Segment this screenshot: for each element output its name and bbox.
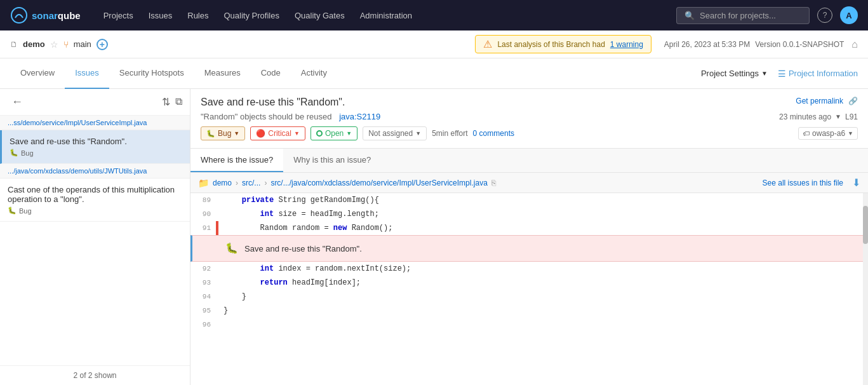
assignment-badge[interactable]: Not assigned ▼ bbox=[363, 126, 427, 140]
comments-link[interactable]: 0 comments bbox=[473, 129, 514, 138]
folder-icon: 📁 bbox=[198, 178, 209, 188]
severity-chevron: ▼ bbox=[294, 130, 300, 137]
search-box[interactable]: 🔍 Search for projects... bbox=[676, 7, 810, 24]
time-ago: 23 minutes ago bbox=[779, 112, 831, 121]
nav-issues[interactable]: Issues bbox=[141, 0, 180, 30]
filter-icon[interactable]: ⧉ bbox=[175, 96, 182, 108]
tab-issues[interactable]: Issues bbox=[65, 58, 109, 89]
issue-2-meta: 🐛 Bug bbox=[8, 206, 182, 215]
project-info-btn[interactable]: ☰ Project Information bbox=[778, 69, 858, 79]
inline-issue: 🐛 Save and re-use this "Random". bbox=[190, 235, 868, 262]
tab-overview[interactable]: Overview bbox=[10, 58, 65, 89]
line-num-91: 91 bbox=[190, 221, 216, 235]
analysis-time: April 26, 2023 at 5:33 PM bbox=[664, 40, 750, 49]
branch-name[interactable]: main bbox=[74, 39, 91, 49]
scrollbar-track[interactable] bbox=[863, 193, 868, 385]
bug-icon-1: 🐛 bbox=[10, 149, 18, 157]
separator-1: › bbox=[236, 179, 238, 187]
line-code-93: return headImg[index]; bbox=[218, 276, 868, 290]
user-avatar[interactable]: A bbox=[840, 6, 858, 24]
project-info-label: Project Information bbox=[789, 69, 858, 78]
branch-icon: ⑂ bbox=[63, 39, 69, 50]
line-code-90: int size = headImg.length; bbox=[218, 207, 868, 221]
see-all-link[interactable]: See all issues in this file bbox=[763, 179, 843, 187]
issue-1-type: Bug bbox=[21, 149, 34, 157]
line-ref: L91 bbox=[845, 112, 858, 121]
line-num-90: 90 bbox=[190, 207, 216, 221]
star-icon[interactable]: ☆ bbox=[50, 39, 58, 50]
owasp-chevron: ▼ bbox=[848, 130, 853, 137]
sort-icon[interactable]: ⇅ bbox=[162, 96, 170, 108]
severity-badge[interactable]: 🔴 Critical ▼ bbox=[250, 126, 305, 140]
description-text: "Random" objects should be reused bbox=[201, 112, 332, 121]
severity-label: Critical bbox=[268, 129, 291, 138]
demo-link[interactable]: demo bbox=[213, 179, 232, 187]
tab-measures[interactable]: Measures bbox=[194, 58, 251, 89]
issue-1-meta: 🐛 Bug bbox=[10, 149, 182, 157]
sonarqube-logo[interactable]: sonarqube bbox=[10, 6, 81, 24]
status-badge[interactable]: Open ▼ bbox=[310, 126, 357, 140]
project-settings-label: Project Settings bbox=[701, 69, 759, 78]
tab-code[interactable]: Code bbox=[251, 58, 291, 89]
separator-2: › bbox=[264, 179, 267, 187]
nav-projects[interactable]: Projects bbox=[96, 0, 141, 30]
code-line-90: 90 int size = headImg.length; bbox=[190, 207, 868, 221]
nav-links: Projects Issues Rules Quality Profiles Q… bbox=[96, 0, 676, 30]
chevron-time: ▼ bbox=[835, 113, 841, 120]
src-link[interactable]: src/... bbox=[242, 179, 260, 187]
expand-code-icon[interactable]: ⬇ bbox=[852, 177, 860, 189]
issue-list: ...ss/demo/service/Impl/UserServiceImpl.… bbox=[0, 116, 190, 365]
project-name[interactable]: demo bbox=[23, 39, 45, 49]
issue-description: "Random" objects should be reused java:S… bbox=[201, 112, 380, 121]
warning-banner: ⚠ Last analysis of this Branch had 1 war… bbox=[475, 35, 651, 53]
add-branch-btn[interactable]: + bbox=[97, 39, 108, 50]
home-icon[interactable]: ⌂ bbox=[851, 39, 858, 50]
project-settings-btn[interactable]: Project Settings ▼ bbox=[701, 69, 768, 78]
issue-1-title: Save and re-use this "Random". bbox=[10, 137, 182, 146]
nav-administration[interactable]: Administration bbox=[352, 0, 420, 30]
tab-security-hotspots[interactable]: Security Hotspots bbox=[109, 58, 194, 89]
link-icon: 🔗 bbox=[848, 97, 858, 105]
java-link[interactable]: java:S2119 bbox=[339, 112, 380, 121]
warning-icon: ⚠ bbox=[483, 38, 492, 50]
right-panel: Save and re-use this "Random". Get perma… bbox=[190, 89, 868, 385]
line-num-94: 94 bbox=[190, 290, 216, 304]
help-icon[interactable]: ? bbox=[817, 8, 832, 23]
code-tabs-bar: Where is the issue? Why is this an issue… bbox=[190, 149, 868, 173]
version-text: Version 0.0.1-SNAPSHOT bbox=[755, 40, 844, 49]
type-badge[interactable]: 🐛 Bug ▼ bbox=[201, 126, 245, 140]
line-num-96: 96 bbox=[190, 318, 216, 332]
line-code-95: } bbox=[218, 304, 868, 318]
chevron-down-icon: ▼ bbox=[761, 70, 768, 77]
nav-quality-gates[interactable]: Quality Gates bbox=[287, 0, 352, 30]
issue-2-type: Bug bbox=[19, 207, 32, 215]
line-num-93: 93 bbox=[190, 276, 216, 290]
issue-controls: 🐛 Bug ▼ 🔴 Critical ▼ Open ▼ Not assigned… bbox=[201, 126, 858, 140]
code-viewer: 📁 demo › src/... › src/.../java/com/xdcl… bbox=[190, 173, 868, 385]
tab-where-issue[interactable]: Where is the issue? bbox=[190, 149, 283, 172]
owasp-badge[interactable]: 🏷 owasp-a6 ▼ bbox=[798, 127, 858, 140]
issue-item-1[interactable]: Save and re-use this "Random". 🐛 Bug bbox=[0, 130, 190, 164]
assignment-label: Not assigned bbox=[368, 129, 413, 138]
tag-icon: 🏷 bbox=[803, 130, 810, 137]
line-code-96 bbox=[218, 318, 868, 332]
file-path-display: src/.../java/com/xdclass/demo/service/Im… bbox=[270, 179, 487, 187]
top-nav: sonarqube Projects Issues Rules Quality … bbox=[0, 0, 868, 30]
warning-count-link[interactable]: 1 warning bbox=[610, 40, 643, 49]
nav-right: 🔍 Search for projects... ? A bbox=[676, 6, 858, 24]
nav-quality-profiles[interactable]: Quality Profiles bbox=[217, 0, 287, 30]
copy-icon[interactable]: ⎘ bbox=[491, 179, 496, 187]
permalink-btn[interactable]: Get permalink bbox=[796, 97, 843, 105]
scrollbar-thumb[interactable] bbox=[863, 206, 868, 244]
tab-activity[interactable]: Activity bbox=[291, 58, 337, 89]
back-button[interactable]: ← bbox=[8, 94, 27, 110]
file-path-1[interactable]: ...ss/demo/service/Impl/UserServiceImpl.… bbox=[0, 116, 190, 130]
breadcrumb-bar: 🗋 demo ☆ ⑂ main + ⚠ Last analysis of thi… bbox=[0, 30, 868, 58]
code-line-95: 95 } bbox=[190, 304, 868, 318]
nav-rules[interactable]: Rules bbox=[180, 0, 216, 30]
issue-header-right: Get permalink 🔗 bbox=[796, 97, 858, 105]
issue-item-2[interactable]: Cast one of the operands of this multipl… bbox=[0, 179, 190, 222]
file-path-2[interactable]: .../java/com/xdclass/demo/utils/JWTUtils… bbox=[0, 164, 190, 179]
tab-why-issue[interactable]: Why is this an issue? bbox=[283, 149, 381, 172]
logo-sonar: sonar bbox=[32, 10, 58, 21]
